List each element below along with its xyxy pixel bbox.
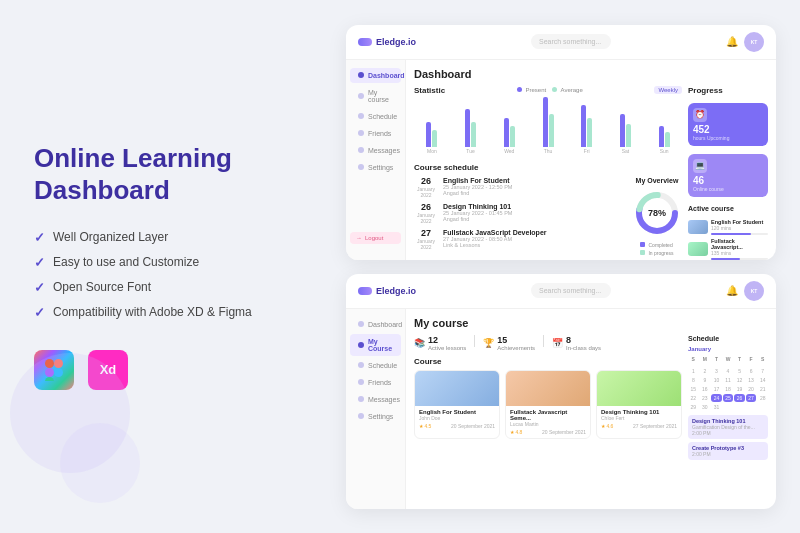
avatar-2: KT <box>744 281 764 301</box>
logout-icon: → <box>356 235 362 241</box>
svg-point-4 <box>54 368 63 377</box>
dash1-left: Statistic Present Average <box>414 86 682 260</box>
cal-day-22[interactable]: 16 <box>700 385 711 393</box>
sched-course-name-1: Design Thinking 101 <box>443 203 626 210</box>
cal-day-9[interactable]: 3 <box>711 367 722 375</box>
calendar-grid: SMTWTFS123456789101112131415161718192021… <box>688 355 768 411</box>
cal-day-35[interactable]: 29 <box>688 403 699 411</box>
bar-present-4 <box>581 105 586 147</box>
card-body-2: Dashboard My Course Schedule Friends Mes… <box>346 309 776 509</box>
cal-day-14[interactable]: 8 <box>688 376 699 384</box>
bell-icon-1[interactable]: 🔔 <box>726 36 738 47</box>
cal-day-24[interactable]: 18 <box>723 385 734 393</box>
cal-day-25[interactable]: 19 <box>734 385 745 393</box>
sched-info-0: English For Student 25 January 2022 - 12… <box>443 177 626 196</box>
logout-button[interactable]: → Logout <box>350 232 401 244</box>
cal-day-15[interactable]: 9 <box>700 376 711 384</box>
sidebar2-item-mycourse[interactable]: My Course <box>350 334 401 356</box>
sidebar-item-mycourse[interactable]: My course <box>350 85 401 107</box>
bar-group-6: Sun <box>646 126 682 154</box>
course-card-stat-1: ★ 4.8 20 September 2021 <box>510 429 586 435</box>
sched-teacher-0: Angad find <box>443 190 626 196</box>
course-card-rating-2: ★ 4.6 <box>601 423 613 429</box>
mini-sidebar-1: Dashboard My course Schedule Friends Mes… <box>346 60 406 260</box>
course-card-item-0: English For Student John Doe ★ 4.5 20 Se… <box>414 370 500 439</box>
sidebar-item-dashboard[interactable]: Dashboard <box>350 68 401 83</box>
active-course-list: English For Student 120 mins Fullstack J… <box>688 219 768 260</box>
bell-icon-2[interactable]: 🔔 <box>726 285 738 296</box>
cal-day-36[interactable]: 30 <box>700 403 711 411</box>
bar-pair-1 <box>465 109 476 147</box>
course-name-mini-1: Fullstack Javascript... <box>711 238 768 250</box>
cal-day-2 <box>711 364 722 366</box>
card-search-2[interactable]: Search something... <box>531 283 611 298</box>
cal-day-26[interactable]: 20 <box>746 385 757 393</box>
svg-rect-0 <box>45 359 54 368</box>
mycourse-main: 📚 12 Active lessons 🏆 15 <box>414 335 682 509</box>
sidebar2-item-dashboard[interactable]: Dashboard <box>350 317 401 332</box>
svg-rect-1 <box>54 359 63 368</box>
brand-label-1: Eledge.io <box>358 37 416 47</box>
bar-pair-2 <box>504 118 515 147</box>
date-box-2: 27 January 2022 <box>414 228 438 250</box>
cal-day-32[interactable]: 26 <box>734 394 745 402</box>
cal-day-30[interactable]: 24 <box>711 394 722 402</box>
sidebar-item-settings[interactable]: Settings <box>350 160 401 175</box>
progress-online-num: 46 <box>693 175 763 186</box>
progress-online-label: Online course <box>693 186 763 192</box>
cal-day-37[interactable]: 31 <box>711 403 722 411</box>
cal-day-29[interactable]: 23 <box>700 394 711 402</box>
cal-day-34[interactable]: 28 <box>757 394 768 402</box>
course-cards-row: English For Student John Doe ★ 4.5 20 Se… <box>414 370 682 439</box>
legend-dot-present <box>517 87 522 92</box>
cal-day-21[interactable]: 15 <box>688 385 699 393</box>
sidebar-item-friends[interactable]: Friends <box>350 126 401 141</box>
cal-day-23[interactable]: 17 <box>711 385 722 393</box>
brand-dot-2 <box>358 287 372 295</box>
feature-item-1: ✓ Well Organized Layer <box>34 230 294 245</box>
cal-day-28[interactable]: 22 <box>688 394 699 402</box>
sidebar-item-schedule[interactable]: Schedule <box>350 109 401 124</box>
sidebar2-item-friends[interactable]: Friends <box>350 375 401 390</box>
sidebar2-item-messages[interactable]: Messages <box>350 392 401 407</box>
sidebar-item-messages[interactable]: Messages <box>350 143 401 158</box>
cal-day-7[interactable]: 1 <box>688 367 699 375</box>
course-bar-fill-0 <box>711 233 751 235</box>
schedule-items: 26 January 2022 English For Student 25 J… <box>414 176 626 250</box>
feature-list: ✓ Well Organized Layer ✓ Easy to use and… <box>34 230 294 320</box>
cal-day-19[interactable]: 13 <box>746 376 757 384</box>
cal-day-13[interactable]: 7 <box>757 367 768 375</box>
progress-hours-label: hours Upcoming <box>693 135 763 141</box>
course-card-rating-0: ★ 4.5 <box>419 423 431 429</box>
thumb-img-0 <box>688 220 708 234</box>
cal-day-11[interactable]: 5 <box>734 367 745 375</box>
cal-day-8[interactable]: 2 <box>700 367 711 375</box>
sidebar2-label-messages: Messages <box>368 396 400 403</box>
feature-text-2: Easy to use and Customize <box>53 255 199 269</box>
brand-dot-1 <box>358 38 372 46</box>
bar-pair-4 <box>581 105 592 147</box>
main-title: Online Learning Dashboard <box>34 143 294 205</box>
cal-day-10[interactable]: 4 <box>723 367 734 375</box>
dash1-right: Progress ⏰ 452 hours Upcoming 💻 46 Onlin… <box>688 86 768 260</box>
cal-day-27[interactable]: 21 <box>757 385 768 393</box>
cal-day-18[interactable]: 12 <box>734 376 745 384</box>
progress-title: Progress <box>688 86 768 95</box>
deco-circle-2 <box>60 423 140 503</box>
sidebar2-item-schedule[interactable]: Schedule <box>350 358 401 373</box>
sidebar2-label-mycourse: My Course <box>368 338 393 352</box>
card-search-1[interactable]: Search something... <box>531 34 611 49</box>
sidebar2-item-settings[interactable]: Settings <box>350 409 401 424</box>
ov-info-1: 12 Active lessons <box>428 335 466 351</box>
cal-day-17[interactable]: 11 <box>723 376 734 384</box>
cal-day-20[interactable]: 14 <box>757 376 768 384</box>
overview-section: My Overview 78% <box>632 163 682 260</box>
check-icon-1: ✓ <box>34 230 45 245</box>
bar-present-5 <box>620 114 625 147</box>
cal-day-12[interactable]: 6 <box>746 367 757 375</box>
cal-day-6 <box>757 364 768 366</box>
cal-day-33[interactable]: 27 <box>746 394 757 402</box>
cal-day-31[interactable]: 25 <box>723 394 734 402</box>
date-num-0: 26 <box>414 176 438 186</box>
cal-day-16[interactable]: 10 <box>711 376 722 384</box>
